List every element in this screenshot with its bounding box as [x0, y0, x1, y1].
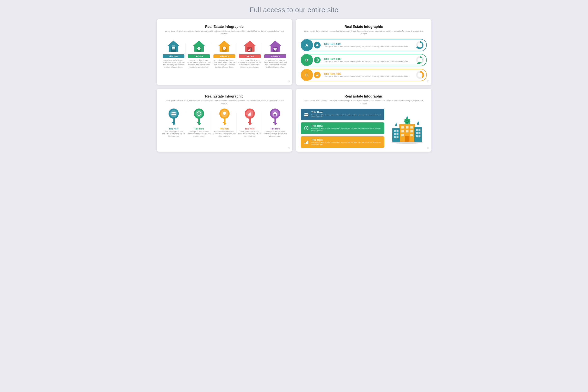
svg-rect-67	[250, 123, 252, 124]
svg-rect-98	[410, 134, 413, 136]
key-icon-3	[216, 109, 232, 126]
pr-content-b: Title Here-80% Lorem ipsum dolor sit ame…	[322, 57, 415, 63]
svg-point-36	[418, 58, 422, 62]
svg-rect-96	[410, 130, 413, 132]
house-item-5: Title Here Lorem ipsum dolor sit amet, c…	[263, 39, 288, 68]
svg-rect-70	[248, 114, 249, 116]
house-label-3: Title Here	[214, 54, 235, 58]
info-box-icon-3	[303, 139, 310, 145]
houses-row: Title Here Lorem ipsum dolor sit amet, c…	[162, 39, 288, 68]
ib-desc-1: Lorem ipsum dolor sit amet, consectetuer…	[311, 114, 382, 118]
svg-marker-116	[417, 121, 419, 124]
house-svg-1	[167, 40, 180, 53]
key-text-2: Lorem ipsum dolor sit amet, consectetuer…	[187, 131, 211, 138]
key-svg-5	[268, 108, 282, 127]
key-svg-3	[218, 108, 231, 127]
house-svg-4	[243, 40, 256, 53]
svg-rect-99	[405, 136, 410, 142]
card2-corner-icon: ©	[427, 80, 429, 83]
pr-icon-c	[312, 69, 322, 81]
svg-line-85	[306, 128, 307, 129]
svg-rect-106	[396, 136, 398, 138]
key-text-5: Lorem ipsum dolor sit amet, consectetuer…	[263, 131, 287, 138]
key-svg-1	[167, 108, 180, 127]
key-label-5: Title Here	[270, 128, 280, 130]
clock-icon-box2	[304, 125, 309, 131]
house-text-4: Lorem ipsum dolor sit amet, consectetuer…	[238, 59, 262, 68]
info-box-text-2: Title Here Lorem ipsum dolor sit amet, c…	[311, 124, 382, 132]
key-label-2: Title Here	[194, 128, 204, 130]
card3-subtitle: Lorem ipsum dolor sit amet, consectetuer…	[162, 99, 288, 105]
svg-rect-79	[274, 114, 276, 116]
key-item-5: Title Here Lorem ipsum dolor sit amet, c…	[263, 109, 287, 138]
svg-rect-111	[418, 132, 420, 134]
key-text-3: Lorem ipsum dolor sit amet, consectetuer…	[212, 131, 236, 138]
svg-rect-86	[304, 143, 306, 144]
key-item-3: Title Here Lorem ipsum dolor sit amet, c…	[212, 109, 236, 138]
progress-rows: A Title Here-60% Lorem ipsum dolor sit a…	[301, 39, 427, 81]
svg-rect-97	[401, 134, 404, 136]
house-icon-4	[243, 39, 257, 53]
svg-rect-75	[275, 123, 277, 124]
house-icon-5	[268, 39, 282, 53]
house-svg-3	[218, 40, 231, 53]
key-item-2: Title Here Lorem ipsum dolor sit amet, c…	[187, 109, 211, 138]
svg-rect-109	[418, 129, 420, 131]
svg-rect-100	[392, 128, 400, 142]
pr-text-b: Lorem ipsum dolor sit amet, consectetuer…	[324, 60, 413, 62]
pr-letter-b: B	[301, 54, 313, 66]
card1-subtitle: Lorem ipsum dolor sit amet, consectetuer…	[162, 30, 288, 35]
chart-icon-c	[316, 73, 319, 77]
progress-row-a: A Title Here-60% Lorem ipsum dolor sit a…	[301, 39, 427, 51]
info-box-text-1: Title Here Lorem ipsum dolor sit amet, c…	[311, 111, 382, 118]
svg-point-63	[223, 112, 226, 115]
svg-point-119	[406, 120, 408, 122]
house-label-5: Title Here	[264, 54, 286, 58]
svg-rect-120	[406, 118, 408, 120]
pr-icon-b	[312, 54, 322, 66]
key-icon-4	[242, 109, 258, 126]
house-icon-2	[192, 39, 206, 53]
key-text-1: Lorem ipsum dolor sit amet, consectetuer…	[162, 131, 186, 138]
house-label-4: Title Here	[239, 54, 260, 58]
card4-content: Title Here Lorem ipsum dolor sit amet, c…	[301, 109, 427, 148]
svg-rect-123	[409, 121, 410, 122]
pr-letter-a: A	[301, 40, 313, 51]
key-label-3: Title Here	[220, 128, 229, 130]
card3-corner-icon: ©	[288, 146, 290, 150]
svg-rect-37	[316, 75, 317, 76]
pr-pie-b	[415, 55, 425, 65]
svg-rect-19	[248, 50, 249, 51]
card-houses: Real Estate Infographic Lorem ipsum dolo…	[157, 19, 292, 85]
pie-svg-a	[415, 40, 425, 50]
info-box-3: Title Here Lorem ipsum dolor sit amet, c…	[301, 136, 384, 148]
key-icon-1	[166, 109, 182, 126]
svg-rect-95	[406, 130, 408, 132]
svg-line-34	[317, 60, 318, 60]
svg-rect-48	[172, 112, 175, 113]
pr-letter-c: C	[301, 69, 313, 81]
svg-rect-47	[172, 112, 176, 115]
ib-title-1: Title Here	[311, 111, 382, 114]
card3-title: Real Estate Infographic	[162, 94, 288, 98]
house-item-4: Title Here Lorem ipsum dolor sit amet, c…	[238, 39, 262, 68]
card-info: Real Estate Infographic Lorem ipsum dolo…	[296, 89, 432, 152]
svg-rect-103	[394, 133, 396, 135]
svg-rect-72	[250, 112, 251, 116]
svg-rect-87	[306, 142, 307, 144]
svg-rect-122	[404, 121, 406, 122]
card2-subtitle: Lorem ipsum dolor sit amet, consectetuer…	[301, 30, 427, 35]
svg-rect-107	[414, 127, 422, 142]
card1-title: Real Estate Infographic	[162, 25, 288, 29]
key-text-4: Lorem ipsum dolor sit amet, consectetuer…	[238, 131, 262, 138]
chart-icon-box3	[304, 139, 309, 145]
house-text-1: Lorem ipsum dolor sit amet, consectetuer…	[162, 59, 186, 68]
svg-rect-71	[249, 113, 250, 116]
info-box-icon-1	[303, 111, 310, 118]
svg-rect-38	[317, 74, 318, 76]
house-icon-3	[217, 39, 231, 53]
svg-point-31	[418, 43, 422, 48]
ib-desc-2: Lorem ipsum dolor sit amet, consectetuer…	[311, 128, 382, 132]
ib-title-3: Title Here	[311, 138, 382, 141]
svg-point-26	[274, 49, 276, 50]
